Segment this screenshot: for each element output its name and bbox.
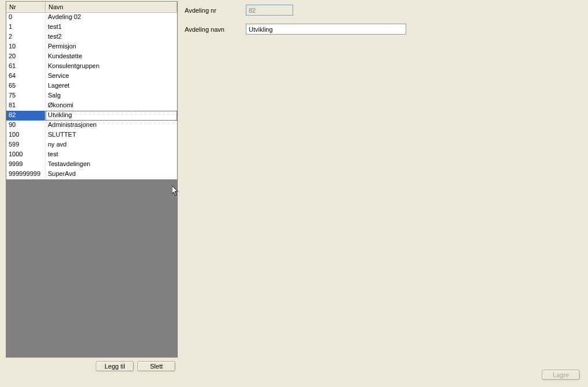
cell-navn: SLUTTET <box>46 130 177 140</box>
table-row[interactable]: 9999Testavdelingen <box>6 160 177 170</box>
table-row[interactable]: 999999999SuperAvd <box>6 170 177 179</box>
table-row[interactable]: 0Avdeling 02 <box>6 13 177 22</box>
table-row[interactable]: 1000test <box>6 150 177 160</box>
column-header-navn[interactable]: Navn <box>46 2 177 12</box>
table-row[interactable]: 81Økonomi <box>6 101 177 111</box>
department-table: Nr Navn 0Avdeling 021test12test210Permis… <box>6 1 178 358</box>
label-department-navn: Avdeling navn <box>185 26 246 33</box>
table-row[interactable]: 1test1 <box>6 22 177 32</box>
cell-nr: 90 <box>6 121 46 130</box>
cell-nr: 1000 <box>6 150 46 160</box>
table-row[interactable]: 599ny avd <box>6 140 177 150</box>
table-button-row: Legg til Slett <box>6 358 178 373</box>
table-row[interactable]: 100SLUTTET <box>6 130 177 140</box>
cell-nr: 65 <box>6 81 46 91</box>
table-row[interactable]: 90Administrasjonen <box>6 121 177 130</box>
cell-navn: test1 <box>46 22 177 32</box>
save-button-wrapper: Lagre <box>542 370 580 380</box>
main-container: Nr Navn 0Avdeling 021test12test210Permis… <box>0 0 588 387</box>
column-header-nr[interactable]: Nr <box>6 2 46 12</box>
add-button[interactable]: Legg til <box>96 361 134 371</box>
cell-navn: Service <box>46 72 177 81</box>
cell-nr: 64 <box>6 72 46 81</box>
cell-nr: 100 <box>6 130 46 140</box>
table-body[interactable]: 0Avdeling 021test12test210Permisjon20Kun… <box>6 13 177 357</box>
cell-nr: 0 <box>6 13 46 22</box>
cell-navn: test <box>46 150 177 160</box>
cell-navn: Administrasjonen <box>46 121 177 130</box>
cell-navn: Permisjon <box>46 42 177 52</box>
form-row-nr: Avdeling nr <box>185 5 581 16</box>
table-row[interactable]: 10Permisjon <box>6 42 177 52</box>
cell-navn: Økonomi <box>46 101 177 111</box>
cell-nr: 599 <box>6 140 46 150</box>
cell-navn: Testavdelingen <box>46 160 177 170</box>
cell-navn: Salg <box>46 91 177 101</box>
table-row[interactable]: 2test2 <box>6 32 177 42</box>
cell-nr: 999999999 <box>6 170 46 179</box>
cell-navn: ny avd <box>46 140 177 150</box>
save-button: Lagre <box>542 370 580 380</box>
left-panel: Nr Navn 0Avdeling 021test12test210Permis… <box>0 0 178 387</box>
department-navn-field[interactable] <box>246 24 406 35</box>
cell-nr: 81 <box>6 101 46 111</box>
cell-navn: Utvikling <box>46 111 177 121</box>
cell-navn: Konsulentgruppen <box>46 62 177 72</box>
form-row-navn: Avdeling navn <box>185 24 581 35</box>
delete-button[interactable]: Slett <box>137 361 175 371</box>
cell-nr: 10 <box>6 42 46 52</box>
label-department-nr: Avdeling nr <box>185 7 246 14</box>
table-row[interactable]: 64Service <box>6 72 177 81</box>
cell-navn: SuperAvd <box>46 170 177 179</box>
cell-navn: Lageret <box>46 81 177 91</box>
cell-nr: 82 <box>6 111 46 121</box>
cell-navn: test2 <box>46 32 177 42</box>
cell-nr: 61 <box>6 62 46 72</box>
cell-nr: 20 <box>6 52 46 62</box>
table-row[interactable]: 65Lageret <box>6 81 177 91</box>
cell-nr: 1 <box>6 22 46 32</box>
table-row[interactable]: 20Kundestøtte <box>6 52 177 62</box>
table-row[interactable]: 61Konsulentgruppen <box>6 62 177 72</box>
right-panel: Avdeling nr Avdeling navn Lagre <box>178 0 588 387</box>
cell-navn: Avdeling 02 <box>46 13 177 22</box>
table-row[interactable]: 75Salg <box>6 91 177 101</box>
cell-navn: Kundestøtte <box>46 52 177 62</box>
department-nr-field <box>246 5 293 16</box>
cell-nr: 75 <box>6 91 46 101</box>
table-row[interactable]: 82Utvikling <box>6 111 177 121</box>
cell-nr: 2 <box>6 32 46 42</box>
table-header: Nr Navn <box>6 2 177 13</box>
cell-nr: 9999 <box>6 160 46 170</box>
